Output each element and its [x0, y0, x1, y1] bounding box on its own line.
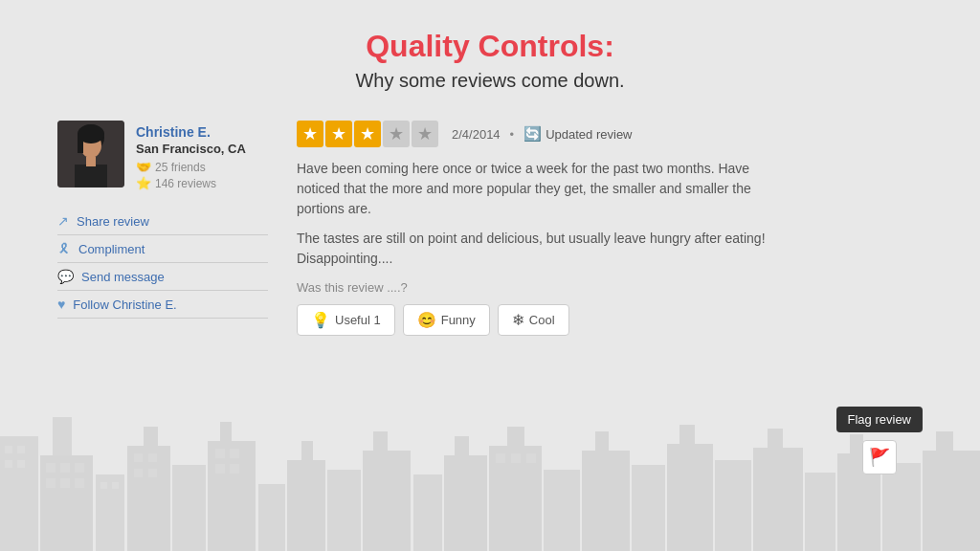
flag-area: Flag review 🚩	[836, 407, 923, 474]
svg-rect-28	[230, 464, 239, 474]
svg-rect-48	[679, 425, 695, 446]
funny-icon: 😊	[417, 311, 436, 329]
svg-rect-43	[544, 470, 580, 551]
svg-rect-36	[444, 455, 487, 551]
svg-rect-22	[172, 465, 206, 551]
svg-rect-14	[100, 482, 107, 489]
profile-friends: 🤝 25 friends	[136, 160, 246, 174]
message-icon: 💬	[57, 269, 74, 284]
action-follow[interactable]: ♥ Follow Christine E.	[57, 291, 268, 319]
flag-tooltip: Flag review	[836, 407, 923, 432]
cool-label: Cool	[529, 313, 555, 327]
svg-rect-1	[5, 446, 12, 453]
svg-rect-19	[148, 453, 157, 462]
message-label: Send message	[81, 270, 165, 284]
svg-rect-40	[496, 453, 505, 463]
compliment-label: Compliment	[78, 242, 145, 256]
flag-icon: 🚩	[869, 447, 890, 468]
svg-rect-29	[258, 484, 285, 551]
review-text: Have been coming here once or twice a we…	[297, 159, 794, 269]
funny-label: Funny	[441, 313, 476, 327]
svg-rect-34	[373, 431, 388, 452]
svg-rect-3	[5, 460, 12, 468]
svg-rect-17	[144, 427, 158, 446]
svg-rect-50	[753, 448, 803, 551]
svg-rect-45	[595, 431, 609, 452]
star-3: ★	[354, 121, 381, 147]
svg-rect-27	[215, 464, 225, 474]
right-panel: ★ ★ ★ ★ ★ 2/4/2014 • 🔄 Updated review Ha…	[297, 121, 923, 336]
svg-rect-56	[923, 451, 980, 551]
svg-rect-24	[220, 422, 232, 443]
follow-label: Follow Christine E.	[73, 298, 176, 312]
header: Quality Controls: Why some reviews come …	[57, 29, 923, 92]
svg-rect-20	[134, 469, 143, 477]
page-title: Quality Controls:	[57, 29, 923, 64]
svg-rect-10	[60, 478, 70, 488]
svg-rect-62	[78, 134, 83, 153]
useful-label: Useful 1	[335, 313, 381, 327]
review-header: ★ ★ ★ ★ ★ 2/4/2014 • 🔄 Updated review	[297, 121, 923, 147]
svg-rect-8	[75, 463, 84, 473]
svg-rect-44	[582, 451, 630, 551]
svg-rect-47	[667, 444, 713, 551]
review-date: 2/4/2014	[452, 127, 501, 142]
avatar	[57, 121, 124, 187]
svg-rect-55	[882, 463, 921, 551]
svg-rect-37	[455, 436, 469, 457]
svg-rect-26	[230, 449, 239, 458]
useful-icon: 💡	[311, 311, 330, 329]
profile-info: Christine E. San Francisco, CA 🤝 25 frie…	[136, 121, 246, 192]
svg-rect-15	[112, 482, 119, 489]
action-message[interactable]: 💬 Send message	[57, 263, 268, 291]
star-1: ★	[297, 121, 323, 147]
profile-location: San Francisco, CA	[136, 142, 246, 156]
review-badge: 🔄 Updated review	[523, 125, 632, 143]
useful-button[interactable]: 💡 Useful 1	[297, 304, 395, 336]
svg-rect-63	[75, 165, 107, 187]
share-icon: ↗	[57, 213, 69, 229]
share-label: Share review	[77, 214, 149, 229]
svg-rect-30	[287, 460, 325, 551]
friends-icon: 🤝	[136, 160, 151, 174]
svg-rect-52	[805, 473, 835, 551]
svg-rect-9	[46, 478, 56, 488]
svg-rect-32	[327, 470, 361, 551]
review-paragraph-1: Have been coming here once or twice a we…	[297, 159, 794, 219]
badge-label: Updated review	[546, 127, 632, 142]
star-5: ★	[412, 121, 438, 147]
svg-rect-25	[215, 449, 225, 458]
svg-rect-51	[768, 429, 783, 450]
svg-rect-46	[632, 465, 665, 551]
follow-icon: ♥	[57, 297, 65, 312]
funny-button[interactable]: 😊 Funny	[403, 304, 490, 336]
profile-section: Christine E. San Francisco, CA 🤝 25 frie…	[57, 121, 268, 192]
was-review-label: Was this review ....?	[297, 280, 923, 295]
star-rating: ★ ★ ★ ★ ★	[297, 121, 438, 147]
left-panel: Christine E. San Francisco, CA 🤝 25 frie…	[57, 121, 268, 336]
svg-rect-21	[148, 469, 157, 477]
star-4: ★	[383, 121, 410, 147]
svg-rect-4	[17, 460, 25, 468]
badge-icon: 🔄	[523, 125, 542, 143]
svg-rect-41	[511, 453, 521, 463]
vote-buttons: 💡 Useful 1 😊 Funny ❄ Cool	[297, 304, 923, 336]
action-share[interactable]: ↗ Share review	[57, 208, 268, 235]
star-2: ★	[325, 121, 352, 147]
profile-name[interactable]: Christine E.	[136, 124, 246, 140]
reviews-icon: ⭐	[136, 176, 151, 190]
flag-button[interactable]: 🚩	[862, 440, 897, 474]
svg-rect-6	[46, 463, 56, 473]
page-subtitle: Why some reviews come down.	[57, 70, 923, 92]
svg-rect-11	[75, 478, 84, 488]
cool-button[interactable]: ❄ Cool	[498, 304, 569, 336]
action-compliment[interactable]: 🎗 Compliment	[57, 235, 268, 263]
svg-rect-64	[86, 157, 96, 166]
cool-icon: ❄	[512, 311, 524, 329]
svg-rect-12	[53, 417, 72, 455]
svg-rect-2	[17, 446, 25, 453]
svg-rect-18	[134, 453, 143, 462]
svg-rect-39	[507, 427, 524, 448]
svg-rect-33	[363, 451, 411, 551]
review-paragraph-2: The tastes are still on point and delici…	[297, 229, 794, 269]
